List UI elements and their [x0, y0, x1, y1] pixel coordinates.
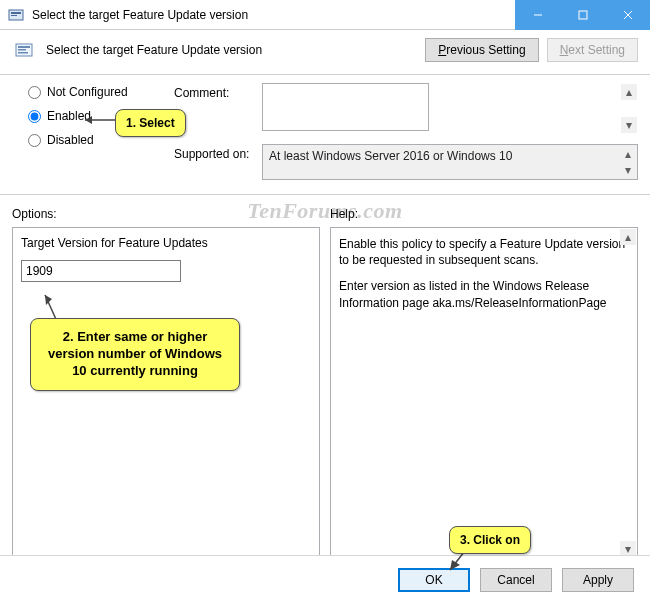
svg-rect-9	[18, 49, 26, 51]
radio-not-configured-input[interactable]	[28, 86, 41, 99]
supported-on-value: At least Windows Server 2016 or Windows …	[262, 144, 638, 180]
maximize-button[interactable]	[560, 0, 605, 30]
help-label: Help:	[330, 207, 638, 221]
window-titlebar: Select the target Feature Update version	[0, 0, 650, 30]
comment-label: Comment:	[174, 83, 256, 100]
policy-icon	[12, 38, 36, 62]
options-panel: Target Version for Feature Updates	[12, 227, 320, 559]
next-setting-button: Next Setting	[547, 38, 638, 62]
callout-3: 3. Click on	[449, 526, 531, 554]
svg-rect-8	[18, 46, 30, 48]
apply-button[interactable]: Apply	[562, 568, 634, 592]
radio-enabled-input[interactable]	[28, 110, 41, 123]
close-button[interactable]	[605, 0, 650, 30]
window-controls	[515, 0, 650, 30]
radio-label: Disabled	[47, 133, 94, 147]
radio-disabled-input[interactable]	[28, 134, 41, 147]
scroll-down-icon[interactable]: ▾	[621, 117, 637, 133]
callout-1: 1. Select	[115, 109, 186, 137]
options-label: Options:	[12, 207, 320, 221]
window-title: Select the target Feature Update version	[32, 8, 515, 22]
radio-not-configured[interactable]: Not Configured	[28, 85, 158, 99]
radio-label: Not Configured	[47, 85, 128, 99]
divider	[0, 74, 650, 75]
policy-title: Select the target Feature Update version	[46, 43, 415, 57]
help-column: Help: Enable this policy to specify a Fe…	[330, 207, 638, 559]
svg-rect-10	[18, 52, 28, 54]
scroll-up-icon[interactable]: ▴	[621, 84, 637, 100]
minimize-button[interactable]	[515, 0, 560, 30]
callout-2: 2. Enter same or higher version number o…	[30, 318, 240, 391]
svg-rect-4	[579, 11, 587, 19]
scroll-down-icon[interactable]: ▾	[620, 162, 636, 178]
svg-marker-16	[450, 560, 460, 570]
config-area: Not Configured Enabled Disabled Comment:…	[0, 79, 650, 190]
app-icon	[8, 7, 24, 23]
policy-header: Select the target Feature Update version…	[0, 30, 650, 70]
help-panel: Enable this policy to specify a Feature …	[330, 227, 638, 559]
option-field-label: Target Version for Feature Updates	[21, 236, 311, 250]
cancel-button[interactable]: Cancel	[480, 568, 552, 592]
comment-input[interactable]	[262, 83, 429, 131]
dialog-footer: OK Cancel Apply	[0, 555, 650, 603]
scroll-up-icon[interactable]: ▴	[620, 229, 636, 245]
svg-rect-2	[11, 15, 17, 16]
supported-on-label: Supported on:	[174, 144, 256, 161]
previous-setting-button[interactable]: Previous Setting	[425, 38, 538, 62]
help-text: Enable this policy to specify a Feature …	[339, 236, 629, 311]
scroll-up-icon[interactable]: ▴	[620, 146, 636, 162]
target-version-input[interactable]	[21, 260, 181, 282]
svg-rect-1	[11, 12, 21, 14]
svg-marker-12	[85, 116, 92, 124]
divider	[0, 194, 650, 195]
